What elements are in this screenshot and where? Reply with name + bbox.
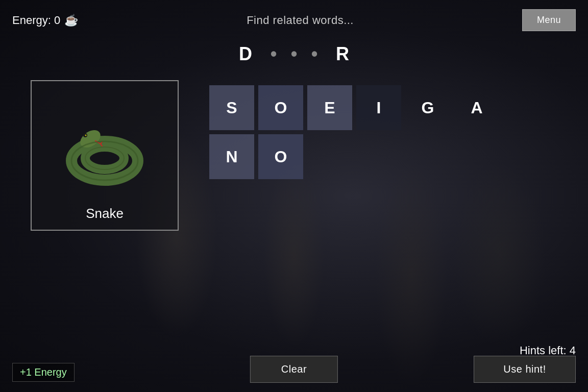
grid-cell-a[interactable]: A [454, 85, 499, 130]
snake-card: Snake [31, 80, 179, 231]
grid-cell-empty-3 [405, 134, 450, 179]
energy-label: Energy: 0 [12, 14, 60, 27]
snake-label: Snake [86, 206, 124, 222]
svg-point-4 [85, 135, 87, 136]
word-dot-2: • [289, 43, 299, 65]
grid-cell-empty-1 [307, 134, 352, 179]
grid-cell-i[interactable]: I [356, 85, 401, 130]
grid-cell-e[interactable]: E [307, 85, 352, 130]
word-dot-1: • [268, 43, 279, 65]
energy-gain-label: +1 Energy [12, 363, 75, 382]
letter-grid: S O E I G A N O [209, 85, 557, 179]
find-words-hint: Find related words... [247, 14, 354, 27]
grid-cell-o1[interactable]: O [258, 85, 303, 130]
header: Energy: 0 ☕ Find related words... Menu [0, 0, 588, 31]
grid-cell-empty-2 [356, 134, 401, 179]
snake-image [59, 100, 151, 202]
grid-row-2: N O [209, 134, 557, 179]
grid-cell-o2[interactable]: O [258, 134, 303, 179]
grid-cell-n[interactable]: N [209, 134, 254, 179]
word-letter-d: D [233, 43, 258, 65]
grid-cell-g[interactable]: G [405, 85, 450, 130]
energy-display: Energy: 0 ☕ [12, 14, 78, 27]
grid-cell-s[interactable]: S [209, 85, 254, 130]
use-hint-button[interactable]: Use hint! [474, 356, 576, 383]
coffee-icon: ☕ [64, 14, 78, 27]
grid-cell-empty-4 [454, 134, 499, 179]
bottom-area: +1 Energy Hints left: 4 Clear Use hint! [0, 355, 588, 392]
clear-button[interactable]: Clear [250, 356, 338, 383]
grid-row-1: S O E I G A [209, 85, 557, 130]
word-letter-r: R [330, 43, 355, 65]
main-content: Snake S O E I G A N O [0, 70, 588, 231]
word-dot-3: • [309, 43, 320, 65]
word-display: D • • • R [0, 43, 588, 65]
menu-button[interactable]: Menu [522, 9, 576, 31]
bottom-buttons: Clear [250, 356, 338, 383]
